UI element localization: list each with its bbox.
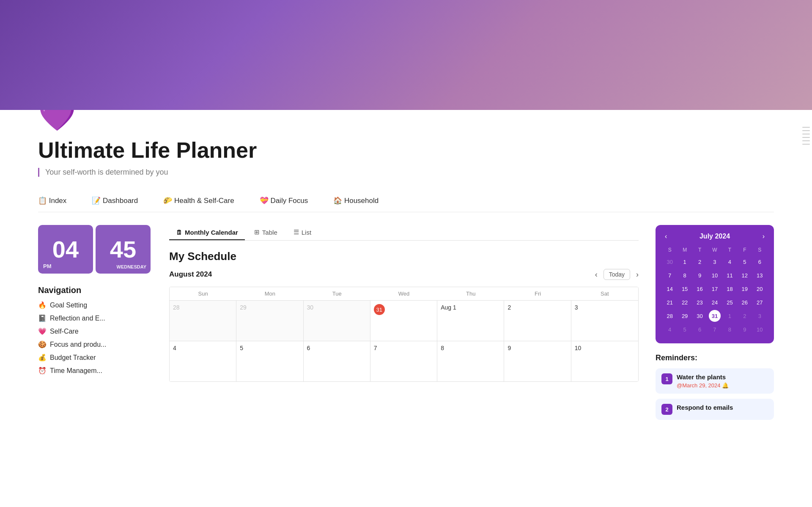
reminder-card-1[interactable]: 1 Water the plants @March 29, 2024 🔔: [656, 368, 774, 394]
cal-next-arrow[interactable]: ›: [636, 270, 639, 279]
mini-day[interactable]: 5: [679, 323, 691, 335]
clock-minute: 45: [110, 236, 136, 263]
mini-day[interactable]: 4: [724, 256, 735, 268]
cal-cell-29-prev[interactable]: 29: [236, 301, 303, 341]
mini-day[interactable]: 25: [724, 296, 735, 308]
mini-day[interactable]: 30: [694, 310, 706, 322]
mini-day[interactable]: 30: [664, 256, 676, 268]
goal-setting-label: Goal Setting: [50, 301, 87, 309]
nav-reflection[interactable]: 📓 Reflection and E...: [38, 314, 152, 322]
calendar-tabs: 🗓 Monthly Calendar ⊞ Table ☰ List: [169, 225, 639, 241]
mini-day[interactable]: 6: [694, 323, 706, 335]
cal-cell-5[interactable]: 5: [236, 341, 303, 381]
mini-day[interactable]: 3: [754, 310, 765, 322]
nav-index[interactable]: 📋 Index: [38, 196, 66, 205]
mini-day[interactable]: 2: [694, 256, 706, 268]
clock-period: PM: [43, 263, 52, 269]
nav-time[interactable]: ⏰ Time Managem...: [38, 367, 152, 375]
cal-date: 6: [307, 345, 310, 351]
mini-day[interactable]: 5: [739, 256, 751, 268]
nav-focus[interactable]: 🍪 Focus and produ...: [38, 340, 152, 348]
nav-self-care[interactable]: 💗 Self-Care: [38, 327, 152, 335]
mini-day[interactable]: 27: [754, 296, 765, 308]
mini-day[interactable]: 4: [664, 323, 676, 335]
self-care-label: Self-Care: [50, 328, 79, 335]
mini-day[interactable]: 2: [739, 310, 751, 322]
schedule-title: My Schedule: [169, 250, 639, 263]
nav-list: 🔥 Goal Setting 📓 Reflection and E... 💗 S…: [38, 301, 152, 375]
mini-day[interactable]: 17: [709, 283, 721, 295]
mini-day[interactable]: 20: [754, 283, 765, 295]
mini-day[interactable]: 1: [724, 310, 735, 322]
reminder-card-2[interactable]: 2 Respond to emails: [656, 399, 774, 420]
cal-cell-7[interactable]: 7: [370, 341, 437, 381]
mini-day-s1: S: [662, 247, 677, 253]
mini-day[interactable]: 10: [709, 269, 721, 281]
cal-cell-8[interactable]: 8: [437, 341, 504, 381]
cal-cell-9[interactable]: 9: [504, 341, 571, 381]
reminder-num-1: 1: [661, 373, 672, 384]
mini-day[interactable]: 9: [694, 269, 706, 281]
cal-cell-aug1[interactable]: Aug 1: [437, 301, 504, 341]
mini-day[interactable]: 22: [679, 296, 691, 308]
today-button[interactable]: Today: [604, 269, 630, 280]
cal-cell-6[interactable]: 6: [304, 341, 370, 381]
nav-dashboard[interactable]: 📝 Dashboard: [92, 196, 138, 205]
mini-day[interactable]: 23: [694, 296, 706, 308]
mini-day[interactable]: 13: [754, 269, 765, 281]
mini-day[interactable]: 18: [724, 283, 735, 295]
reflection-emoji: 📓: [38, 314, 47, 322]
nav-health[interactable]: 🌮 Health & Self-Care: [163, 196, 234, 205]
mini-day[interactable]: 8: [679, 269, 691, 281]
mini-day[interactable]: 7: [709, 323, 721, 335]
mini-day[interactable]: 6: [754, 256, 765, 268]
cal-cell-30-prev[interactable]: 30: [304, 301, 370, 341]
cal-cell-2[interactable]: 2: [504, 301, 571, 341]
nav-household[interactable]: 🏠 Household: [333, 196, 379, 205]
mini-cal-prev[interactable]: ‹: [662, 232, 669, 241]
mini-day[interactable]: 7: [664, 269, 676, 281]
mini-day-t1: T: [692, 247, 707, 253]
reminder-date-1: @March 29, 2024 🔔: [677, 382, 729, 389]
mini-day[interactable]: 9: [739, 323, 751, 335]
mini-week-5: 28 29 30 31 1 2 3: [662, 310, 767, 322]
mini-cal-next[interactable]: ›: [760, 232, 767, 241]
cal-week-2: 4 5 6 7 8 9 10: [170, 341, 638, 381]
scrollbar-line: [802, 127, 810, 128]
mini-day[interactable]: 26: [739, 296, 751, 308]
nav-daily-focus[interactable]: 💝 Daily Focus: [260, 196, 308, 205]
scrollbar-line: [802, 137, 810, 138]
cal-cell-28-prev[interactable]: 28: [170, 301, 236, 341]
mini-day[interactable]: 16: [694, 283, 706, 295]
mini-day[interactable]: 12: [739, 269, 751, 281]
tab-monthly-calendar[interactable]: 🗓 Monthly Calendar: [169, 225, 245, 240]
time-label: Time Managem...: [50, 367, 102, 375]
cal-cell-4[interactable]: 4: [170, 341, 236, 381]
scrollbar[interactable]: [805, 127, 807, 211]
mini-day[interactable]: 1: [679, 256, 691, 268]
mini-day[interactable]: 3: [709, 256, 721, 268]
mini-day[interactable]: 24: [709, 296, 721, 308]
cal-date: 4: [173, 345, 176, 351]
cal-cell-31-today[interactable]: 31: [370, 301, 437, 341]
mini-day[interactable]: 8: [724, 323, 735, 335]
mini-day[interactable]: 21: [664, 296, 676, 308]
mini-day[interactable]: 11: [724, 269, 735, 281]
mini-day[interactable]: 19: [739, 283, 751, 295]
mini-day-today[interactable]: 31: [709, 310, 721, 322]
cal-cell-3[interactable]: 3: [571, 301, 638, 341]
clock-hour-box: 04 PM: [38, 225, 93, 274]
cal-header-row: Sun Mon Tue Wed Thu Fri Sat: [170, 287, 638, 301]
mini-day[interactable]: 10: [754, 323, 765, 335]
nav-goal-setting[interactable]: 🔥 Goal Setting: [38, 301, 152, 309]
cal-prev-arrow[interactable]: ‹: [595, 270, 598, 279]
mini-day[interactable]: 29: [679, 310, 691, 322]
mini-day[interactable]: 28: [664, 310, 676, 322]
tab-list[interactable]: ☰ List: [287, 225, 318, 240]
mini-day[interactable]: 14: [664, 283, 676, 295]
clock-hour: 04: [52, 236, 79, 263]
nav-budget[interactable]: 💰 Budget Tracker: [38, 354, 152, 362]
cal-cell-10[interactable]: 10: [571, 341, 638, 381]
tab-table[interactable]: ⊞ Table: [247, 225, 284, 240]
mini-day[interactable]: 15: [679, 283, 691, 295]
